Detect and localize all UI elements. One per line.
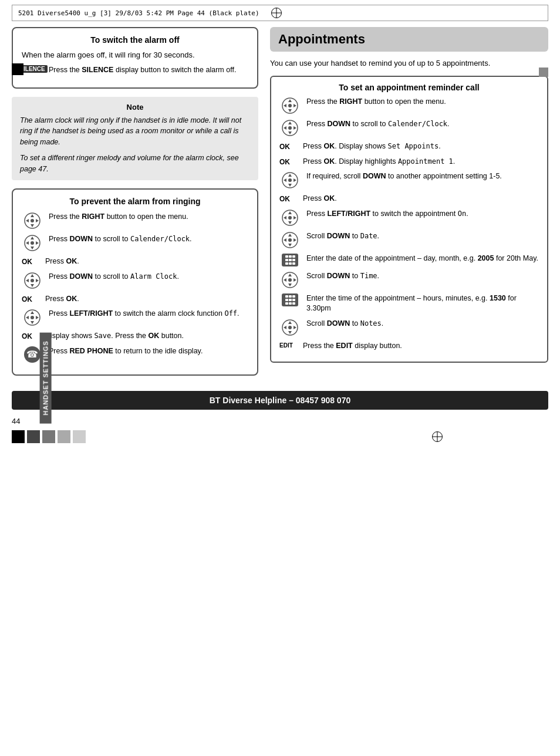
note-text-1: The alarm clock will ring only if the ha…: [20, 115, 250, 148]
keyboard-icon-9: [282, 254, 298, 266]
svg-point-17: [31, 279, 34, 282]
appt-step-9: Enter the date of the appointment – day,…: [279, 254, 539, 266]
svg-marker-16: [36, 279, 39, 282]
crosshair-bottom-mark: [432, 431, 443, 442]
color-mark-light: [58, 430, 70, 443]
appointments-intro: You can use your handset to remind you o…: [270, 59, 548, 68]
svg-point-35: [288, 126, 292, 130]
prevent-step-1-text: Press the RIGHT button to open the menu.: [49, 212, 248, 222]
appt-ok-6: OK: [279, 194, 297, 203]
svg-marker-56: [288, 284, 292, 286]
svg-marker-45: [284, 216, 286, 220]
appt-step-13-text: Press the EDIT display button.: [303, 341, 539, 352]
appt-step-8-text: Scroll DOWN to Date.: [306, 231, 539, 242]
svg-marker-8: [31, 247, 34, 249]
svg-marker-38: [288, 184, 292, 187]
phone-icon: ☎: [24, 346, 41, 363]
header-text: 5201 Diverse5400 u_g [3] 29/8/03 5:42 PM…: [18, 9, 259, 17]
nav-icon-1: [22, 212, 43, 230]
switch-alarm-title: To switch the alarm off: [22, 35, 248, 45]
color-mark-dark: [27, 430, 40, 443]
svg-marker-2: [31, 224, 34, 227]
svg-point-41: [288, 178, 292, 182]
switch-alarm-body: When the alarm goes off, it will ring fo…: [22, 50, 248, 59]
prevent-step-5: OK Press OK.: [22, 294, 248, 305]
appt-step-2-text: Press DOWN to scroll to Calender/Clock.: [306, 119, 539, 130]
appt-step-11-text: Enter the time of the appointment – hour…: [306, 293, 539, 314]
svg-marker-40: [294, 178, 296, 182]
color-mark-black: [12, 430, 25, 443]
appt-nav-1: [279, 97, 301, 114]
svg-marker-43: [288, 211, 292, 214]
prevent-step-3: OK Press OK.: [22, 256, 248, 267]
appt-step-9-text: Enter the date of the appointment – day,…: [306, 254, 539, 264]
crosshair-bottom: [432, 431, 443, 442]
appt-step-10-text: Scroll DOWN to Time.: [306, 271, 539, 282]
appt-step-4: OK Press OK. Display highlights Appointm…: [279, 157, 539, 167]
prevent-alarm-title: To prevent the alarm from ringing: [22, 197, 248, 206]
svg-point-65: [288, 326, 292, 329]
set-appointment-box: To set an appointment reminder call Pres…: [270, 76, 548, 363]
svg-point-29: [288, 104, 292, 107]
prevent-step-4: Press DOWN to scroll to Alarm Clock.: [22, 272, 248, 289]
prevent-step-4-text: Press DOWN to scroll to Alarm Clock.: [49, 272, 248, 282]
svg-marker-49: [288, 234, 292, 237]
color-mark-lighter: [73, 430, 86, 443]
svg-marker-26: [288, 109, 292, 112]
appt-step-5: If required, scroll DOWN to another appo…: [279, 171, 539, 189]
crosshair-top: [271, 8, 282, 18]
svg-marker-37: [288, 174, 292, 177]
svg-marker-21: [26, 316, 29, 319]
appt-step-7-text: Press LEFT/RIGHT to switch the appointme…: [306, 209, 539, 220]
prevent-step-3-text: Press OK.: [45, 256, 248, 267]
svg-marker-33: [284, 126, 286, 130]
appt-ok-4: OK: [279, 157, 297, 166]
nav-icon-4: [22, 272, 43, 289]
svg-marker-10: [36, 241, 39, 245]
svg-marker-39: [284, 178, 286, 182]
nav-icon-6: [22, 309, 43, 326]
appt-nav-5: [279, 171, 301, 189]
appt-step-11: Enter the time of the appointment – hour…: [279, 293, 539, 314]
appt-nav-7: [279, 209, 301, 227]
appt-step-6: OK Press OK.: [279, 194, 539, 204]
svg-marker-9: [26, 241, 29, 245]
appt-step-12: Scroll DOWN to Notes.: [279, 319, 539, 336]
set-appointment-title: To set an appointment reminder call: [279, 83, 539, 92]
svg-marker-58: [294, 278, 296, 282]
prevent-step-8-text: Press RED PHONE to return to the idle di…: [49, 346, 248, 357]
svg-marker-44: [288, 221, 292, 224]
appt-step-12-text: Scroll DOWN to Notes.: [306, 319, 539, 329]
svg-marker-7: [31, 237, 34, 239]
sidebar-label: HANDSET SETTINGS: [40, 332, 52, 423]
svg-marker-14: [31, 284, 34, 287]
svg-marker-13: [31, 274, 34, 277]
left-column: To switch the alarm off When the alarm g…: [12, 27, 258, 384]
svg-marker-34: [294, 126, 296, 130]
svg-marker-20: [31, 321, 34, 324]
note-title: Note: [20, 103, 250, 112]
prevent-step-7: OK Display shows Save. Press the OK butt…: [22, 331, 248, 342]
svg-marker-62: [288, 331, 292, 334]
svg-marker-22: [36, 316, 39, 319]
svg-marker-3: [26, 219, 29, 222]
svg-point-11: [31, 241, 34, 245]
appt-step-4-text: Press OK. Display highlights Appointment…: [303, 157, 539, 167]
appt-nav-10: [279, 271, 301, 289]
nav-icon-2: [22, 234, 43, 252]
svg-point-5: [31, 219, 34, 222]
appt-step-7: Press LEFT/RIGHT to switch the appointme…: [279, 209, 539, 227]
appt-step-1: Press the RIGHT button to open the menu.: [279, 97, 539, 114]
svg-marker-52: [294, 238, 296, 242]
right-column: Appointments You can use your handset to…: [270, 27, 548, 384]
svg-point-53: [288, 238, 292, 242]
prevent-step-8: ☎ Press RED PHONE to return to the idle …: [22, 346, 248, 363]
appt-step-3: OK Press OK. Display shows Set Appoints.: [279, 141, 539, 152]
ok-label-3: OK: [22, 256, 39, 266]
ok-label-7: OK: [22, 331, 39, 340]
page-number: 44: [12, 417, 548, 426]
appt-step-2: Press DOWN to scroll to Calender/Clock.: [279, 119, 539, 137]
silence-icon-area: SILENCE: [22, 65, 43, 73]
prevent-step-6: Press LEFT/RIGHT to switch the alarm clo…: [22, 309, 248, 326]
color-mark-mid: [42, 430, 55, 443]
